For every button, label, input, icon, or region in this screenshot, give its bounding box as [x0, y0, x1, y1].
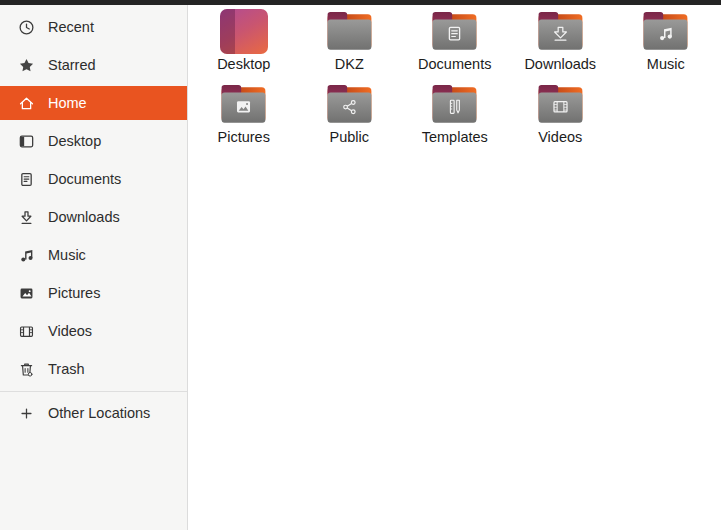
file-label: Desktop [217, 56, 270, 72]
sidebar-item-label: Recent [48, 19, 94, 35]
sidebar-item-home[interactable]: Home [0, 86, 187, 120]
sidebar-separator [0, 391, 187, 392]
folder-music-icon [639, 6, 693, 56]
file-item-templates[interactable]: Templates [402, 79, 508, 152]
sidebar-item-label: Home [48, 95, 87, 111]
plus-icon [18, 405, 35, 422]
file-label: Public [330, 129, 370, 145]
file-label: Downloads [524, 56, 596, 72]
folder-plain-icon [322, 6, 376, 56]
sidebar-item-label: Desktop [48, 133, 101, 149]
film-strip-icon [18, 323, 35, 340]
sidebar-item-label: Trash [48, 361, 85, 377]
folder-downloads-icon [533, 6, 587, 56]
music-note-icon [18, 247, 35, 264]
sidebar-item-recent[interactable]: Recent [0, 8, 187, 46]
sidebar-item-trash[interactable]: Trash [0, 350, 187, 388]
file-grid: Desktop DKZ [188, 5, 721, 530]
sidebar-item-pictures[interactable]: Pictures [0, 274, 187, 312]
home-icon [18, 95, 35, 112]
places-sidebar: Recent Starred Home [0, 5, 188, 530]
sidebar-item-videos[interactable]: Videos [0, 312, 187, 350]
trash-icon [18, 361, 35, 378]
desktop-icon [18, 133, 35, 150]
file-item-documents[interactable]: Documents [402, 6, 508, 79]
sidebar-item-label: Music [48, 247, 86, 263]
download-arrow-icon [18, 209, 35, 226]
sidebar-item-label: Starred [48, 57, 96, 73]
file-item-pictures[interactable]: Pictures [191, 79, 297, 152]
sidebar-item-starred[interactable]: Starred [0, 46, 187, 84]
folder-templates-icon [428, 79, 482, 129]
file-item-dkz[interactable]: DKZ [297, 6, 403, 79]
sidebar-item-label: Videos [48, 323, 92, 339]
sidebar-item-documents[interactable]: Documents [0, 160, 187, 198]
file-label: Videos [538, 129, 582, 145]
file-item-videos[interactable]: Videos [508, 79, 614, 152]
sidebar-item-label: Documents [48, 171, 121, 187]
folder-documents-icon [428, 6, 482, 56]
file-item-downloads[interactable]: Downloads [508, 6, 614, 79]
sidebar-item-label: Other Locations [48, 405, 150, 421]
folder-videos-icon [533, 79, 587, 129]
sidebar-item-label: Downloads [48, 209, 120, 225]
sidebar-item-label: Pictures [48, 285, 100, 301]
recent-clock-icon [18, 19, 35, 36]
file-item-public[interactable]: Public [297, 79, 403, 152]
document-icon [18, 171, 35, 188]
file-item-music[interactable]: Music [613, 6, 719, 79]
sidebar-item-other-locations[interactable]: Other Locations [0, 394, 187, 432]
file-label: Music [647, 56, 685, 72]
sidebar-item-downloads[interactable]: Downloads [0, 198, 187, 236]
sidebar-item-desktop[interactable]: Desktop [0, 122, 187, 160]
file-label: DKZ [335, 56, 364, 72]
picture-icon [18, 285, 35, 302]
file-label: Documents [418, 56, 491, 72]
file-label: Templates [422, 129, 488, 145]
file-item-desktop[interactable]: Desktop [191, 6, 297, 79]
file-label: Pictures [218, 129, 270, 145]
sidebar-item-music[interactable]: Music [0, 236, 187, 274]
star-icon [18, 57, 35, 74]
desktop-gradient-icon [217, 6, 271, 56]
folder-pictures-icon [217, 79, 271, 129]
file-manager-window: Recent Starred Home [0, 5, 721, 530]
folder-public-icon [322, 79, 376, 129]
